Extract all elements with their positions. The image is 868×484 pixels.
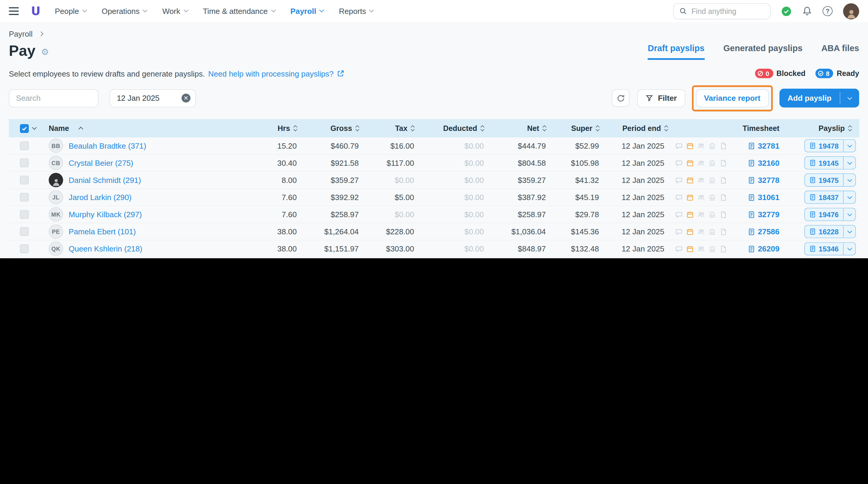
table-row[interactable]: SL Stephanie Lowe (43) 16.00 $525.08 $29… [9, 258, 859, 258]
select-options-chevron-icon[interactable] [32, 125, 37, 130]
timesheet-link[interactable]: 32778 [748, 175, 779, 184]
tab-draft-payslips[interactable]: Draft payslips [648, 43, 705, 60]
hamburger-menu-icon[interactable] [9, 7, 19, 15]
table-row[interactable]: MK Murphy Kilback (297) 7.60 $258.97 $0.… [9, 206, 859, 223]
filter-button[interactable]: Filter [638, 89, 685, 107]
payslip-button[interactable]: 15346 [804, 242, 856, 255]
note-icon[interactable] [720, 228, 727, 235]
timesheet-link[interactable]: 32160 [748, 159, 779, 167]
select-all-checkbox[interactable] [20, 124, 29, 133]
employee-name-link[interactable]: Jarod Larkin (290) [69, 193, 132, 202]
row-checkbox[interactable] [20, 159, 29, 167]
gear-icon[interactable]: ⚙ [41, 47, 49, 57]
payslip-menu-button[interactable] [844, 248, 855, 250]
note-icon[interactable] [720, 176, 727, 183]
note-icon[interactable] [720, 159, 727, 166]
employee-name-link[interactable]: Danial Schmidt (291) [69, 175, 141, 184]
column-header-timesheet[interactable]: Timesheet [731, 124, 784, 132]
table-row[interactable]: BB Beaulah Bradtke (371) 15.20 $460.79 $… [9, 137, 859, 154]
column-header-tax[interactable]: Tax [361, 124, 416, 132]
note-icon[interactable] [720, 142, 727, 149]
tab-generated-payslips[interactable]: Generated payslips [723, 43, 802, 60]
bank-icon[interactable] [709, 176, 716, 183]
date-input[interactable] [117, 94, 177, 103]
payslip-button[interactable]: 19478 [804, 139, 856, 152]
timesheet-alert-icon[interactable] [686, 142, 693, 149]
payslip-menu-button[interactable] [844, 213, 855, 216]
status-check-icon[interactable] [781, 6, 792, 17]
employee-name-link[interactable]: Murphy Kilback (297) [69, 210, 142, 219]
column-header-period-end[interactable]: Period end [601, 124, 673, 132]
comment-icon[interactable] [676, 245, 683, 252]
payslip-button[interactable]: 19476 [804, 208, 856, 221]
nav-item-payroll[interactable]: Payroll [290, 7, 323, 16]
user-avatar[interactable] [843, 3, 859, 19]
row-checkbox[interactable] [20, 141, 29, 150]
row-checkbox[interactable] [20, 227, 29, 236]
comment-icon[interactable] [676, 211, 683, 218]
payslip-button[interactable]: 19145 [804, 156, 856, 170]
row-checkbox[interactable] [20, 175, 29, 184]
bank-icon[interactable] [709, 142, 716, 149]
bank-icon[interactable] [709, 245, 716, 252]
nav-item-operations[interactable]: Operations [101, 7, 147, 16]
brand-logo[interactable]: U [31, 4, 40, 18]
global-search-input[interactable] [691, 7, 758, 15]
timesheet-link[interactable]: 32781 [748, 141, 779, 150]
help-link[interactable]: Need help with processing payslips? [208, 69, 344, 78]
note-icon[interactable] [720, 194, 727, 201]
employee-name-link[interactable]: Crystal Beier (275) [69, 159, 133, 167]
column-header-payslip[interactable]: Payslip [784, 124, 859, 132]
column-header-name[interactable]: Name [44, 124, 228, 132]
team-icon[interactable] [698, 194, 705, 201]
column-header-hrs[interactable]: Hrs [228, 124, 299, 132]
timesheet-link[interactable]: 31061 [748, 193, 779, 202]
nav-item-reports[interactable]: Reports [339, 7, 373, 16]
timesheet-alert-icon[interactable] [686, 194, 693, 201]
help-icon[interactable]: ? [823, 6, 833, 16]
employee-name-link[interactable]: Beaulah Bradtke (371) [69, 141, 147, 150]
timesheet-link[interactable]: 27586 [748, 227, 779, 236]
table-row[interactable]: Danial Schmidt (291) 8.00 $359.27 $0.00 … [9, 172, 859, 189]
payslip-button[interactable]: 19475 [804, 173, 856, 187]
team-icon[interactable] [698, 159, 705, 166]
bank-icon[interactable] [709, 228, 716, 235]
table-search-input[interactable] [16, 94, 88, 103]
timesheet-alert-icon[interactable] [686, 159, 693, 166]
table-row[interactable]: QK Queen Kshlerin (218) 38.00 $1,151.97 … [9, 240, 859, 258]
column-header-net[interactable]: Net [486, 124, 548, 132]
team-icon[interactable] [698, 228, 705, 235]
tab-aba-files[interactable]: ABA files [822, 43, 859, 60]
table-row[interactable]: PE Pamela Ebert (101) 38.00 $1,264.04 $2… [9, 223, 859, 240]
note-icon[interactable] [720, 211, 727, 218]
employee-name-link[interactable]: Pamela Ebert (101) [69, 227, 136, 236]
timesheet-link[interactable]: 26209 [748, 245, 779, 253]
team-icon[interactable] [698, 176, 705, 183]
table-search[interactable] [9, 89, 99, 107]
team-icon[interactable] [698, 245, 705, 252]
column-header-gross[interactable]: Gross [299, 124, 361, 132]
column-header-super[interactable]: Super [548, 124, 601, 132]
nav-item-people[interactable]: People [55, 7, 86, 16]
payslip-menu-button[interactable] [844, 179, 855, 181]
row-checkbox[interactable] [20, 245, 29, 253]
comment-icon[interactable] [676, 194, 683, 201]
add-payslip-button[interactable]: Add payslip [779, 89, 859, 108]
column-header-deducted[interactable]: Deducted [416, 124, 486, 132]
table-row[interactable]: CB Crystal Beier (275) 30.40 $921.58 $11… [9, 154, 859, 172]
timesheet-link[interactable]: 32779 [748, 210, 779, 219]
timesheet-alert-icon[interactable] [686, 176, 693, 183]
global-search[interactable] [673, 3, 771, 19]
breadcrumb-payroll[interactable]: Payroll [9, 29, 32, 38]
timesheet-alert-icon[interactable] [686, 245, 693, 252]
notifications-bell-icon[interactable] [802, 6, 812, 16]
comment-icon[interactable] [676, 142, 683, 149]
payslip-button[interactable]: 16228 [804, 225, 856, 238]
row-checkbox[interactable] [20, 193, 29, 202]
bank-icon[interactable] [709, 159, 716, 166]
payslip-menu-button[interactable] [844, 196, 855, 199]
team-icon[interactable] [698, 142, 705, 149]
timesheet-alert-icon[interactable] [686, 228, 693, 235]
employee-name-link[interactable]: Queen Kshlerin (218) [69, 245, 143, 253]
refresh-button[interactable] [612, 89, 630, 107]
